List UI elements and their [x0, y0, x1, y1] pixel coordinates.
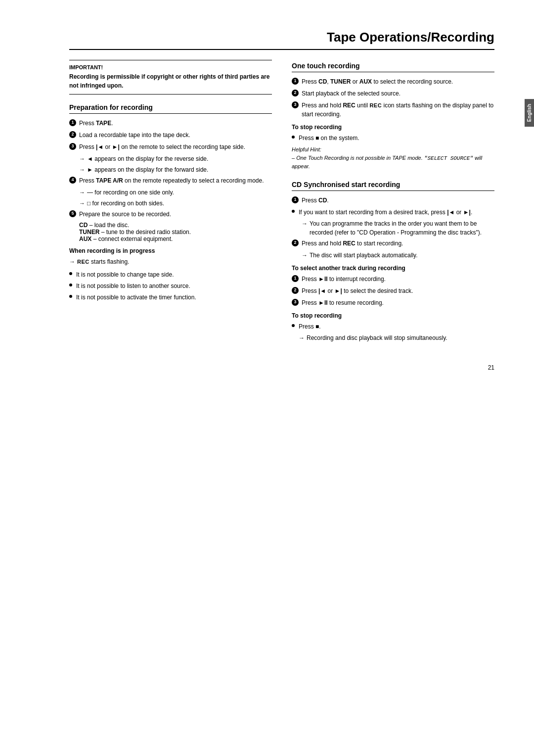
- ot-hint-title: Helpful Hint:: [292, 145, 494, 154]
- prep-step-3: 3 Press |◄ or ►| on the remote to select…: [69, 142, 272, 151]
- ot-hint-text: – One Touch Recording is not possible in…: [292, 154, 494, 171]
- cd-step-2-text: If you want to start recording from a de…: [299, 208, 472, 217]
- one-touch-list: 1 Press CD, TUNER or AUX to select the r…: [292, 77, 494, 119]
- step-num-4: 4: [69, 177, 76, 184]
- cd-num-3: 2: [292, 239, 299, 246]
- select-track-title: To select another track during recording: [292, 265, 494, 272]
- prep-step4-arrow2: → □ for recording on both sides.: [79, 199, 272, 208]
- prep-step-4-text: Press TAPE A/R on the remote repeatedly …: [79, 176, 264, 185]
- ot-step-3-text: Press and hold REC until rec icon starts…: [302, 101, 494, 119]
- bullet-text-2: It is not possible to listen to another …: [76, 282, 190, 290]
- arrow-icon-1: →: [79, 154, 85, 163]
- prep-step-5: 5 Prepare the source to be recorded.: [69, 210, 272, 219]
- page-number: 21: [69, 364, 494, 371]
- prep-step5-details: CD – load the disc. TUNER – tune to the …: [79, 222, 272, 242]
- cd-sync-list: 1 Press CD.: [292, 196, 494, 205]
- important-text: Recording is permissible if copyright or…: [69, 72, 272, 90]
- when-recording-title: When recording is in progress: [69, 247, 272, 254]
- bullet-item-1: It is not possible to change tape side.: [69, 270, 272, 279]
- bullet-icon-2: [69, 284, 72, 286]
- prep-step-1-text: Press TAPE.: [79, 119, 113, 128]
- prep-step3-arrow1-text: ◄ appears on the display for the reverse…: [87, 154, 208, 163]
- st-step-2: 2 Press |◄ or ►| to select the desired t…: [292, 286, 494, 295]
- bullet-icon-3: [69, 295, 72, 298]
- prep-step3-arrow2-text: ► appears on the display for the forward…: [87, 165, 208, 174]
- cd-stop-arrow-text: Recording and disc playback will stop si…: [307, 333, 447, 342]
- ot-step-1-text: Press CD, TUNER or AUX to select the rec…: [302, 77, 453, 86]
- cd-stop-bullet-icon: [292, 324, 295, 327]
- step-num-5: 5: [69, 210, 76, 217]
- cd-step-3-text: Press and hold REC to start recording.: [302, 239, 403, 248]
- st-step-2-text: Press |◄ or ►| to select the desired tra…: [302, 286, 413, 295]
- ot-stop-bullet-icon: [292, 136, 295, 139]
- prep-step3-arrow2: → ► appears on the display for the forwa…: [79, 165, 272, 174]
- ot-step-1: 1 Press CD, TUNER or AUX to select the r…: [292, 77, 494, 86]
- prep-step-4: 4 Press TAPE A/R on the remote repeatedl…: [69, 176, 272, 185]
- ot-step-3: 3 Press and hold REC until rec icon star…: [292, 101, 494, 119]
- st-step-1: 1 Press ►II to interrupt recording.: [292, 275, 494, 284]
- cd-step-2-bullet-icon: [292, 210, 295, 213]
- ot-num-3: 3: [292, 101, 299, 108]
- preparation-list-2: 4 Press TAPE A/R on the remote repeatedl…: [69, 176, 272, 185]
- language-tab: English: [525, 99, 534, 127]
- cd-step3-arrow-text: The disc will start playback automatical…: [310, 251, 418, 260]
- preparation-list-3: 5 Prepare the source to be recorded.: [69, 210, 272, 219]
- when-recording-arrow-text: REC starts flashing.: [77, 257, 129, 266]
- cd-sync-title: CD Synchronised start recording: [292, 181, 494, 191]
- prep-step4-arrow1: → — for recording on one side only.: [79, 188, 272, 197]
- prep-step5-tuner: TUNER – tune to the desired radio statio…: [79, 229, 272, 236]
- st-num-3: 3: [292, 299, 299, 306]
- prep-step-2-text: Load a recordable tape into the tape dec…: [79, 131, 190, 140]
- st-step-3-text: Press ►II to resume recording.: [302, 298, 384, 307]
- bullet-text-1: It is not possible to change tape side.: [76, 270, 174, 279]
- st-step-1-text: Press ►II to interrupt recording.: [302, 275, 386, 284]
- arrow-icon-8: →: [299, 333, 305, 342]
- cd-stop-text: Press ■.: [299, 322, 321, 331]
- cd-step-2-bullet: If you want to start recording from a de…: [292, 208, 494, 217]
- arrow-icon-4: →: [79, 199, 85, 208]
- cd-step2-arrow: → You can programme the tracks in the or…: [302, 219, 494, 237]
- right-column: One touch recording 1 Press CD, TUNER or…: [292, 60, 494, 344]
- arrow-icon-7: →: [302, 251, 308, 260]
- ot-stop-title: To stop recording: [292, 124, 494, 131]
- when-recording-arrow: → REC starts flashing.: [69, 257, 272, 266]
- st-num-2: 2: [292, 287, 299, 294]
- main-content: IMPORTANT! Recording is permissible if c…: [69, 60, 494, 344]
- left-column: IMPORTANT! Recording is permissible if c…: [69, 60, 272, 344]
- prep-step5-aux: AUX – connect external equipment.: [79, 236, 272, 242]
- one-touch-title: One touch recording: [292, 62, 494, 72]
- st-step-3: 3 Press ►II to resume recording.: [292, 298, 494, 307]
- cd-num-1: 1: [292, 196, 299, 203]
- step-num-2: 2: [69, 131, 76, 138]
- cd-stop-bullet: Press ■.: [292, 322, 494, 331]
- ot-stop-bullet: Press ■ on the system.: [292, 134, 494, 142]
- bullet-text-3: It is not possible to activate the timer…: [76, 293, 196, 302]
- important-label: IMPORTANT!: [69, 64, 272, 70]
- cd-step3-arrow: → The disc will start playback automatic…: [302, 251, 494, 260]
- bullet-item-3: It is not possible to activate the timer…: [69, 293, 272, 302]
- arrow-icon-3: →: [79, 188, 85, 197]
- bullet-list: It is not possible to change tape side. …: [69, 270, 272, 302]
- ot-stop-text: Press ■ on the system.: [299, 134, 359, 142]
- cd-step-1: 1 Press CD.: [292, 196, 494, 205]
- important-box: IMPORTANT! Recording is permissible if c…: [69, 60, 272, 94]
- cd-stop-arrow: → Recording and disc playback will stop …: [299, 333, 494, 342]
- prep-step4-arrow2-text: □ for recording on both sides.: [87, 199, 164, 208]
- page-container: English Tape Operations/Recording IMPORT…: [0, 0, 534, 756]
- ot-num-1: 1: [292, 78, 299, 85]
- ot-step-2: 2 Start playback of the selected source.: [292, 89, 494, 98]
- cd-step2-arrow-text: You can programme the tracks in the orde…: [310, 219, 494, 237]
- arrow-icon-5: →: [69, 257, 75, 266]
- cd-step-3: 2 Press and hold REC to start recording.: [292, 239, 494, 248]
- ot-hint: Helpful Hint: – One Touch Recording is n…: [292, 145, 494, 171]
- bullet-icon-1: [69, 272, 72, 275]
- cd-step-1-text: Press CD.: [302, 196, 329, 205]
- cd-stop-title: To stop recording: [292, 312, 494, 319]
- arrow-icon-6: →: [302, 219, 308, 228]
- ot-step-2-text: Start playback of the selected source.: [302, 89, 400, 98]
- page-title: Tape Operations/Recording: [69, 30, 494, 50]
- arrow-icon-2: →: [79, 165, 85, 174]
- prep-step-1: 1 Press TAPE.: [69, 119, 272, 128]
- step-num-1: 1: [69, 119, 76, 126]
- select-track-list: 1 Press ►II to interrupt recording. 2 Pr…: [292, 275, 494, 307]
